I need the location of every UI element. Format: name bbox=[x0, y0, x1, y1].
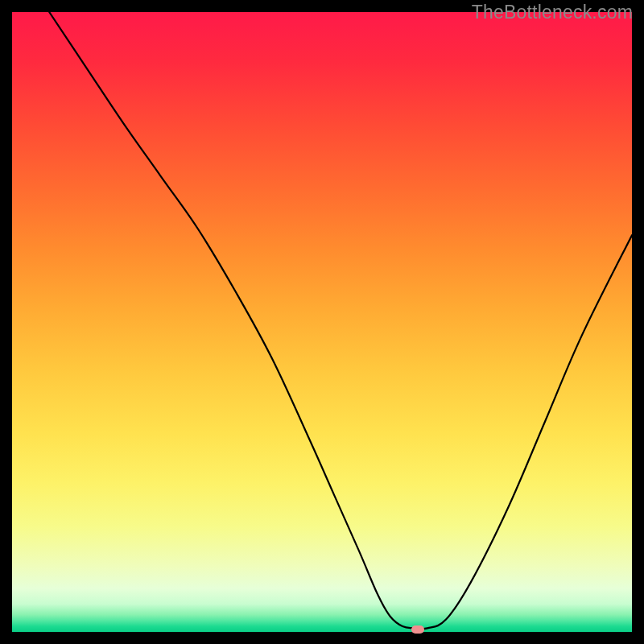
bottleneck-curve bbox=[12, 12, 632, 632]
optimal-marker bbox=[411, 625, 424, 634]
plot-area bbox=[12, 12, 632, 632]
watermark-text: TheBottleneck.com bbox=[472, 2, 633, 23]
chart-frame: TheBottleneck.com bbox=[0, 0, 644, 644]
